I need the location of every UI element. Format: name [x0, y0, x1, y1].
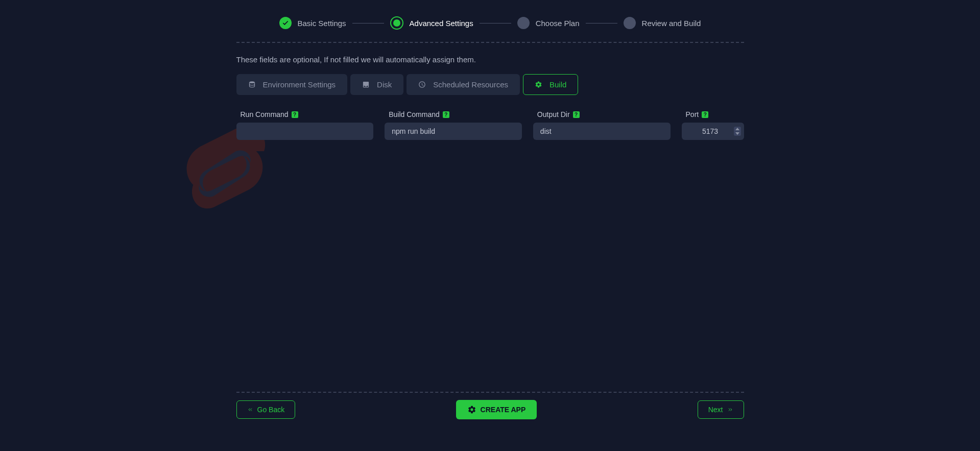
- next-button[interactable]: Next: [698, 400, 744, 419]
- field-label-text: Run Command: [241, 110, 289, 118]
- divider: [236, 392, 744, 393]
- step-label: Advanced Settings: [410, 19, 473, 28]
- step-connector: [352, 23, 384, 23]
- help-icon[interactable]: ?: [292, 111, 298, 118]
- field-port: Port ?: [682, 110, 744, 140]
- build-command-input[interactable]: [385, 123, 522, 140]
- step-label: Review and Build: [642, 19, 701, 28]
- build-fields: Run Command ? Build Command ? Output Dir…: [236, 110, 744, 140]
- chevrons-left-icon: [247, 407, 253, 413]
- help-icon[interactable]: ?: [702, 111, 708, 118]
- stepper-down-icon[interactable]: [734, 131, 741, 136]
- pending-step-icon: [517, 17, 530, 29]
- step-choose-plan[interactable]: Choose Plan: [517, 17, 580, 29]
- button-label: CREATE APP: [481, 406, 526, 414]
- tab-label: Environment Settings: [263, 80, 336, 89]
- step-advanced-settings[interactable]: Advanced Settings: [390, 16, 473, 30]
- tab-scheduled-resources[interactable]: Scheduled Resources: [407, 74, 520, 95]
- help-icon[interactable]: ?: [573, 111, 580, 118]
- footer-navigation: Go Back CREATE APP Next: [236, 400, 744, 419]
- check-icon: [279, 17, 292, 29]
- svg-point-0: [249, 81, 254, 83]
- create-app-button[interactable]: CREATE APP: [456, 400, 537, 419]
- stepper-up-icon[interactable]: [734, 127, 741, 131]
- tab-label: Scheduled Resources: [433, 80, 508, 89]
- tab-environment-settings[interactable]: Environment Settings: [236, 74, 348, 95]
- step-connector: [480, 23, 511, 23]
- help-icon[interactable]: ?: [443, 111, 449, 118]
- field-label-text: Build Command: [389, 110, 440, 118]
- gear-icon: [535, 81, 542, 88]
- go-back-button[interactable]: Go Back: [236, 400, 296, 419]
- database-icon: [248, 81, 256, 88]
- port-stepper: [734, 127, 741, 136]
- button-label: Go Back: [257, 406, 285, 414]
- field-output-dir: Output Dir ?: [533, 110, 671, 140]
- info-text: These fields are optional, If not filled…: [236, 55, 744, 64]
- settings-tabs: Environment Settings Disk Scheduled Reso…: [236, 74, 744, 95]
- field-run-command: Run Command ?: [236, 110, 374, 140]
- divider: [236, 42, 744, 43]
- tab-label: Disk: [377, 80, 392, 89]
- tab-build[interactable]: Build: [523, 74, 578, 95]
- step-connector: [586, 23, 617, 23]
- run-command-input[interactable]: [236, 123, 374, 140]
- field-build-command: Build Command ?: [385, 110, 522, 140]
- chevrons-right-icon: [727, 407, 733, 413]
- tab-label: Build: [549, 80, 566, 89]
- field-label-text: Output Dir: [537, 110, 570, 118]
- field-label-text: Port: [686, 110, 699, 118]
- step-label: Choose Plan: [536, 19, 580, 28]
- step-basic-settings[interactable]: Basic Settings: [279, 17, 346, 29]
- step-review-build[interactable]: Review and Build: [624, 17, 701, 29]
- pending-step-icon: [624, 17, 636, 29]
- gear-icon: [467, 405, 476, 414]
- active-step-icon: [390, 16, 403, 30]
- wizard-stepper: Basic Settings Advanced Settings Choose …: [163, 16, 817, 30]
- button-label: Next: [708, 406, 723, 414]
- clock-icon: [418, 81, 426, 88]
- tab-disk[interactable]: Disk: [350, 74, 403, 95]
- step-label: Basic Settings: [298, 19, 346, 28]
- output-dir-input[interactable]: [533, 123, 671, 140]
- inbox-icon: [362, 81, 370, 88]
